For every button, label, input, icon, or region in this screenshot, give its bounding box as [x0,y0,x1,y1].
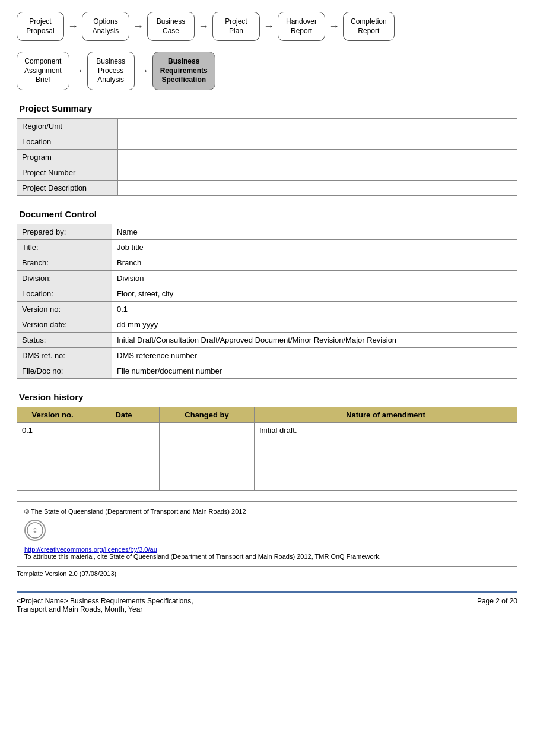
cell-nature: Initial draft. [255,422,517,438]
document-control-table: Prepared by: Name Title: Job title Branc… [17,224,517,379]
label-project-description: Project Description [17,180,118,195]
cell-date [88,477,160,490]
arrow-icon: → [68,20,78,33]
arrow-icon: → [133,20,144,33]
table-row: Status: Initial Draft/Consultation Draft… [17,332,517,347]
value-title: Job title [112,239,517,255]
cc-logo-icon: © [24,520,46,541]
label-location: Location: [17,286,112,301]
svg-text:©: © [33,527,37,534]
col-changed-by: Changed by [160,407,255,422]
flow-step-project-proposal: ProjectProposal [17,12,64,41]
col-nature: Nature of amendment [255,407,517,422]
table-row: Project Description [17,180,517,195]
value-branch: Branch [112,255,517,270]
table-row: Branch: Branch [17,255,517,270]
value-program [118,149,517,165]
flow-diagram-2: ComponentAssignmentBrief → BusinessProce… [17,52,517,90]
col-version-no: Version no. [17,407,88,422]
value-location [118,134,517,149]
label-status: Status: [17,332,112,347]
version-history-title: Version history [17,392,517,402]
value-project-description [118,180,517,195]
value-dms-ref: DMS reference number [112,347,517,363]
cc-link[interactable]: http://creativecommons.org/licences/by/3… [24,546,510,553]
flow-step-handover-report: HandoverReport [278,12,325,41]
label-branch: Branch: [17,255,112,270]
flow-step-component-assignment-brief: ComponentAssignmentBrief [17,52,69,90]
cc-link-anchor[interactable]: http://creativecommons.org/licences/by/3… [24,546,157,553]
flow-step-business-requirements-specification: BusinessRequirementsSpecification [152,52,215,90]
label-prepared-by: Prepared by: [17,224,112,239]
flow-diagram-1: ProjectProposal → OptionsAnalysis → Busi… [17,12,517,41]
cell-date [88,451,160,464]
cell-version [17,464,88,477]
value-project-number [118,165,517,180]
version-history-table: Version no. Date Changed by Nature of am… [17,407,517,491]
cell-changed-by [160,438,255,451]
cell-changed-by [160,451,255,464]
project-summary-title: Project Summary [17,103,517,113]
value-status: Initial Draft/Consultation Draft/Approve… [112,332,517,347]
copyright-text: © The State of Queensland (Department of… [24,508,510,515]
label-region-unit: Region/Unit [17,118,118,134]
table-row: Program [17,149,517,165]
label-version-date: Version date: [17,317,112,332]
page-footer-left: <Project Name> Business Requirements Spe… [17,597,193,613]
value-division: Division [112,270,517,286]
cell-nature [255,464,517,477]
table-row: Project Number [17,165,517,180]
arrow-icon: → [73,65,84,77]
value-location-doc: Floor, street, city [112,286,517,301]
table-row: Region/Unit [17,118,517,134]
cell-version [17,438,88,451]
copyright-footer: © The State of Queensland (Department of… [17,501,517,567]
attribution-text: To attribute this material, cite State o… [24,553,510,560]
document-control-title: Document Control [17,209,517,219]
cell-nature [255,451,517,464]
footer-line-2: Transport and Main Roads, Month, Year [17,605,193,613]
cell-changed-by [160,464,255,477]
value-version-no: 0.1 [112,301,517,317]
label-program: Program [17,149,118,165]
flow-step-business-case: BusinessCase [147,12,195,41]
arrow-icon: → [198,20,209,33]
arrow-icon: → [138,65,149,77]
cell-version [17,477,88,490]
footer-line-1: <Project Name> Business Requirements Spe… [17,597,193,605]
table-row [17,438,517,451]
table-row: 0.1 Initial draft. [17,422,517,438]
cell-nature [255,438,517,451]
cell-nature [255,477,517,490]
arrow-icon: → [263,20,274,33]
label-project-number: Project Number [17,165,118,180]
cell-changed-by [160,477,255,490]
page-footer: <Project Name> Business Requirements Spe… [17,591,517,613]
value-version-date: dd mm yyyy [112,317,517,332]
table-row: DMS ref. no: DMS reference number [17,347,517,363]
table-row: Division: Division [17,270,517,286]
table-row: Version date: dd mm yyyy [17,317,517,332]
table-row [17,451,517,464]
cell-date [88,422,160,438]
col-date: Date [88,407,160,422]
table-row [17,464,517,477]
cell-date [88,438,160,451]
table-row: File/Doc no: File number/document number [17,363,517,378]
cell-date [88,464,160,477]
table-row: Title: Job title [17,239,517,255]
page-number: Page 2 of 20 [477,597,517,605]
flow-step-business-process-analysis: BusinessProcessAnalysis [87,52,135,90]
cell-version [17,451,88,464]
cell-changed-by [160,422,255,438]
label-division: Division: [17,270,112,286]
value-prepared-by: Name [112,224,517,239]
flow-step-project-plan: ProjectPlan [212,12,260,41]
label-title: Title: [17,239,112,255]
table-row: Version no: 0.1 [17,301,517,317]
flow-step-options-analysis: OptionsAnalysis [82,12,129,41]
flow-step-completion-report: CompletionReport [343,12,395,41]
table-row: Location [17,134,517,149]
template-version-text: Template Version 2.0 (07/08/2013) [17,570,517,577]
label-location: Location [17,134,118,149]
